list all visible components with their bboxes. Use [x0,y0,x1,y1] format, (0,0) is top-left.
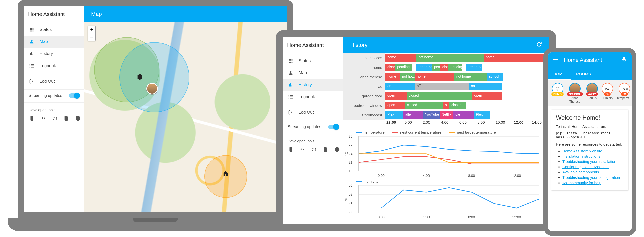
humidity-chart: % 444852560:004:008:0012:00 [358,185,539,213]
resource-link[interactable]: Ask community for help [562,181,601,185]
remote-icon[interactable] [29,115,35,122]
refresh-icon[interactable] [536,41,542,49]
broadcast-icon[interactable] [52,115,58,122]
zoom-in-button[interactable]: + [88,26,95,33]
mic-icon[interactable] [621,56,627,64]
tablet-main: History all deviceshomenot homehomehomed… [343,37,549,224]
status-badge[interactable]: SCHOOLAnne Therese [567,83,583,104]
history-segment: home [415,73,454,81]
resource-link[interactable]: Home Assistant website [562,149,602,153]
status-badge[interactable]: 15.6°CTemperat… [617,83,632,100]
chevron-left-icon[interactable] [73,10,79,18]
home-pin-icon[interactable] [222,170,229,177]
sidebar-item-logout[interactable]: Log Out [283,106,343,118]
sidebar-item-history[interactable]: History [283,79,343,91]
x-tick: 4:00 [423,215,430,219]
cube-pin-icon[interactable] [136,73,143,80]
badge-row: ☺DEMOSCHOOLAnne ThereseAWAYPaulus54%Humi… [548,80,632,106]
sidebar-item-label: Logbook [40,63,56,68]
remote-icon[interactable] [288,147,294,153]
legend-item: humidity [356,179,378,183]
x-tick: 8:00 [468,174,475,178]
code-icon[interactable] [41,115,46,122]
history-segment: school [487,73,503,81]
y-tick: 44 [349,211,353,215]
status-badge[interactable]: 54%Humidity [601,83,613,100]
history-segment: YouTube [423,111,439,119]
streaming-updates-toggle[interactable]: Streaming updates [24,89,84,101]
broadcast-icon[interactable] [311,147,317,153]
history-segment: armed home [466,64,482,71]
status-badge[interactable]: ☺DEMO [551,83,564,97]
y-tick: 24 [349,152,353,156]
badge-name: Anne Therese [567,97,583,104]
x-tick: 12:00 [512,174,521,178]
sidebar-item-states[interactable]: States [283,55,343,67]
sidebar-item-logbook[interactable]: Logbook [24,60,84,72]
time-tick: 10:00 [495,120,513,128]
history-row-bars: homenot ho…homenot homeschool [385,72,549,82]
tablet-sidebar: Home Assistant States Map History [283,37,343,224]
badge-pill: AWAY [586,92,598,96]
card-links: Home Assistant websiteInstallation instr… [556,149,624,185]
history-row-bars: openclosedopen [385,91,549,101]
app-title: Home Assistant [287,42,324,48]
appbar-title: History [350,42,367,48]
sidebar-item-map[interactable]: Map [283,67,343,79]
file-icon[interactable] [323,147,328,153]
menu-icon[interactable] [552,56,559,64]
y-tick: 56 [349,183,353,187]
avatar-pin[interactable] [146,83,158,94]
sidebar-item-history[interactable]: History [24,48,84,60]
history-row-label: garage door [343,91,385,101]
resource-link[interactable]: Troubleshooting your configuration [562,175,620,180]
resource-link[interactable]: Troubleshooting your installation [562,159,616,164]
badge-pill: SCHOOL [567,92,583,96]
person-icon [288,70,294,76]
sidebar-item-states[interactable]: States [24,24,84,36]
switch-icon[interactable] [69,93,79,98]
laptop-sidebar: Home Assistant States Map History [24,6,84,212]
sidebar-item-label: Map [299,70,307,75]
sidebar-item-logout[interactable]: Log Out [24,75,84,87]
resource-link[interactable]: Configuring Home Assistant [562,165,609,169]
code-icon[interactable] [300,147,305,153]
sidebar-header: Home Assistant [24,6,84,22]
badge-name: Humidity [601,97,613,100]
appbar-title: Map [91,11,102,17]
phone-tabs: HOMEROOMS [548,68,632,80]
sidebar-item-label: Log Out [40,79,55,84]
sidebar-item-label: Logbook [299,94,315,99]
status-badge[interactable]: AWAYPaulus [586,83,598,100]
history-row: aconoffon [343,82,549,91]
resource-link[interactable]: Available components [562,170,599,174]
history-row-label: home [343,63,385,72]
history-segment: closed [407,92,472,100]
dev-tools-row [283,145,343,155]
resource-link[interactable]: Installation instructions [562,154,600,158]
sidebar-item-logbook[interactable]: Logbook [283,91,343,103]
time-tick: 2:00 [422,120,440,128]
tab-rooms[interactable]: ROOMS [571,68,596,80]
chevron-left-icon[interactable] [332,41,339,49]
map-view[interactable]: + − [84,22,287,212]
zoom-out-button[interactable]: − [88,33,95,41]
info-icon[interactable] [334,147,340,153]
time-tick: 6:00 [458,120,477,128]
history-row-bars: PlexidleYouTubeNetflixidlePlex [385,110,549,120]
history-segment: disar… [385,64,395,71]
streaming-updates-toggle[interactable]: Streaming updates [283,121,343,133]
history-table: all deviceshomenot homehomehomedisar…pen… [343,53,549,120]
tab-home[interactable]: HOME [548,68,571,80]
switch-icon[interactable] [328,125,338,129]
history-row-bars: onoffon [385,82,549,91]
info-icon[interactable] [75,115,81,122]
sidebar-item-map[interactable]: Map [24,36,84,48]
sidebar-item-label: States [40,27,52,32]
x-tick: 8:00 [468,215,475,219]
phone-appbar: Home Assistant HOMEROOMS [548,52,632,80]
badge-pill: °C [621,92,628,96]
history-segment: pen… [432,64,440,71]
history-row-label: bedroom window [343,101,385,110]
file-icon[interactable] [64,115,69,122]
